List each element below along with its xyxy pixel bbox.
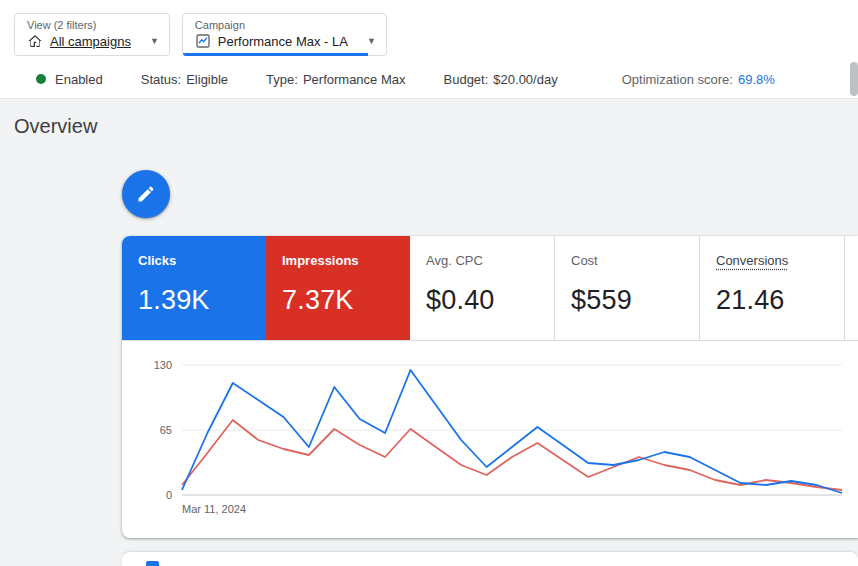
type-label: Type:: [266, 72, 298, 87]
metric-card-conversions[interactable]: Conversions 21.46: [700, 236, 845, 340]
metric-card-impressions[interactable]: Impressions 7.37K: [266, 236, 410, 340]
view-filter-dropdown[interactable]: View (2 filters) All campaigns ▼: [14, 13, 170, 56]
budget-value: $20.00/day: [493, 72, 557, 87]
type-field: Type: Performance Max: [266, 72, 405, 87]
edit-fab-button[interactable]: [122, 170, 170, 218]
type-value: Performance Max: [303, 72, 406, 87]
metric-cards-row: Clicks 1.39K Impressions 7.37K Avg. CPC …: [122, 236, 858, 341]
metric-card-clicks[interactable]: Clicks 1.39K: [122, 236, 266, 340]
next-section-card: [122, 552, 858, 566]
svg-text:130: 130: [154, 359, 172, 371]
campaign-filter-label: Campaign: [195, 19, 376, 31]
campaign-status-bar: Enabled Status: Eligible Type: Performan…: [0, 60, 858, 99]
metric-value: 21.46: [716, 285, 828, 316]
metric-value: 7.37K: [282, 285, 394, 316]
optimization-score-label: Optimization score:: [622, 72, 733, 87]
enabled-status: Enabled: [36, 72, 103, 87]
optimization-score-field: Optimization score: 69.8%: [622, 72, 775, 87]
chevron-down-icon: ▼: [355, 36, 376, 46]
status-value: Eligible: [186, 72, 228, 87]
pencil-icon: [136, 184, 156, 204]
campaign-filter-value: Performance Max - LA: [218, 34, 348, 49]
metric-card-cost[interactable]: Cost $559: [555, 236, 700, 340]
optimization-score-value[interactable]: 69.8%: [738, 72, 775, 87]
vertical-scrollbar[interactable]: [850, 62, 858, 96]
active-filter-indicator: [183, 53, 368, 56]
chevron-down-icon: ▼: [138, 36, 159, 46]
performance-overview-card: Clicks 1.39K Impressions 7.37K Avg. CPC …: [122, 236, 858, 538]
svg-text:65: 65: [160, 424, 172, 436]
metric-value: $0.40: [426, 285, 538, 316]
svg-text:0: 0: [166, 489, 172, 501]
campaign-chart-icon: [195, 33, 211, 49]
budget-field: Budget: $20.00/day: [444, 72, 558, 87]
metric-label: Impressions: [282, 253, 359, 268]
metric-label: Conversions: [716, 253, 788, 268]
status-label: Status:: [141, 72, 181, 87]
view-filter-value: All campaigns: [50, 34, 131, 49]
metric-card-avg-cpc[interactable]: Avg. CPC $0.40: [410, 236, 555, 340]
home-icon: [27, 33, 43, 49]
budget-label: Budget:: [444, 72, 489, 87]
metric-label: Avg. CPC: [426, 253, 483, 268]
status-field: Status: Eligible: [141, 72, 228, 87]
metric-card-partial: [845, 236, 858, 340]
svg-text:Mar 11, 2024: Mar 11, 2024: [182, 503, 246, 515]
performance-chart[interactable]: 065130Mar 11, 2024: [122, 341, 858, 538]
enabled-status-label: Enabled: [55, 72, 103, 87]
metric-label: Cost: [571, 253, 598, 268]
filter-bar: View (2 filters) All campaigns ▼ Campaig…: [0, 0, 858, 60]
metric-value: $559: [571, 285, 683, 316]
metric-label: Clicks: [138, 253, 176, 268]
campaign-filter-dropdown[interactable]: Campaign Performance Max - LA ▼: [182, 13, 387, 56]
overview-chart-svg: 065130Mar 11, 2024: [130, 355, 850, 530]
view-filter-label: View (2 filters): [27, 19, 159, 31]
page-title: Overview: [14, 115, 858, 138]
enabled-status-dot: [36, 74, 46, 84]
next-section-icon: [146, 561, 159, 566]
metric-value: 1.39K: [138, 285, 250, 316]
